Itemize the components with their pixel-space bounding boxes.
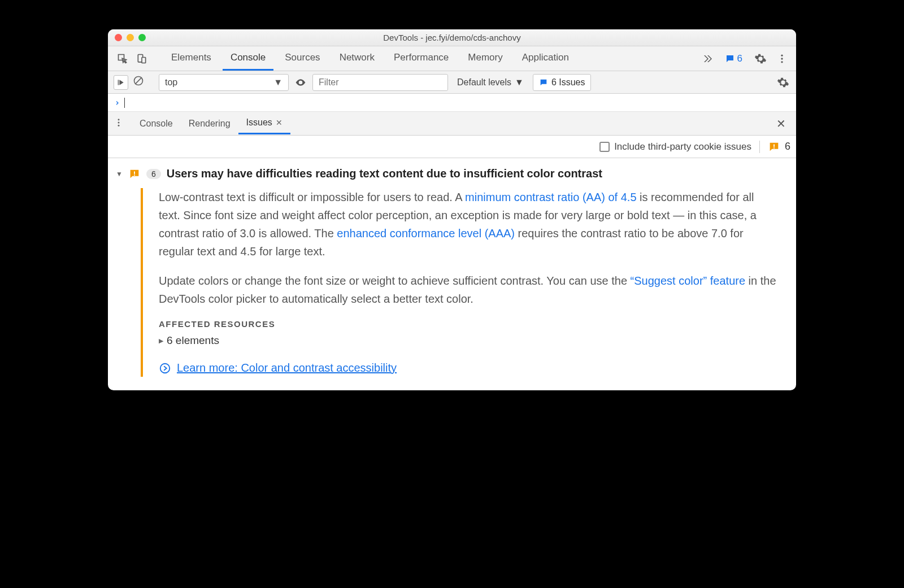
- drawer-tabs: Console Rendering Issues ✕ ✕: [108, 112, 796, 136]
- issue-content: Low-contrast text is difficult or imposs…: [141, 188, 784, 377]
- issue-title: Users may have difficulties reading text…: [167, 167, 602, 180]
- console-prompt[interactable]: ›: [108, 94, 796, 112]
- drawer-more-icon[interactable]: [114, 117, 124, 130]
- svg-rect-11: [773, 144, 775, 147]
- more-tabs-icon[interactable]: [701, 52, 714, 66]
- more-options-kebab-icon[interactable]: [775, 51, 789, 66]
- affected-resources-heading: AFFECTED RESOURCES: [159, 319, 778, 329]
- warning-icon: [128, 168, 141, 180]
- context-label: top: [165, 77, 177, 88]
- affected-elements-row[interactable]: ▶ 6 elements: [159, 334, 778, 347]
- prompt-caret-icon: ›: [115, 98, 120, 108]
- svg-line-7: [135, 77, 142, 84]
- text-cursor: [124, 98, 125, 108]
- checkbox-icon: [599, 142, 610, 152]
- learn-more-row: Learn more: Color and contrast accessibi…: [159, 361, 778, 374]
- device-toolbar-icon[interactable]: [134, 51, 150, 67]
- svg-point-3: [781, 58, 783, 59]
- console-settings-gear-icon[interactable]: [776, 75, 790, 90]
- link-suggest-color[interactable]: “Suggest color” feature: [631, 275, 745, 287]
- chevron-down-icon: ▼: [273, 77, 282, 88]
- svg-point-2: [781, 54, 783, 56]
- svg-rect-12: [773, 147, 775, 148]
- issue-count-pill: 6: [146, 169, 161, 179]
- drawer-tab-console[interactable]: Console: [132, 114, 181, 134]
- chevron-down-icon: ▼: [515, 77, 524, 88]
- console-filter-bar: top ▼ Default levels ▼ 6 Issues: [108, 71, 796, 94]
- disclosure-triangle-icon[interactable]: ▼: [116, 170, 123, 178]
- main-tabs: Elements Console Sources Network Perform…: [163, 46, 577, 71]
- live-expression-eye-icon[interactable]: [293, 75, 308, 90]
- tab-elements[interactable]: Elements: [163, 46, 219, 71]
- tab-network[interactable]: Network: [332, 46, 383, 71]
- drawer-tab-rendering[interactable]: Rendering: [181, 114, 238, 134]
- window-title: DevTools - jec.fyi/demo/cds-anchovy: [108, 33, 796, 42]
- issues-count-button[interactable]: 6 Issues: [533, 74, 592, 91]
- svg-rect-5: [118, 80, 119, 85]
- svg-rect-1: [142, 57, 146, 63]
- link-contrast-aa[interactable]: minimum contrast ratio (AA) of 4.5: [465, 191, 636, 203]
- issue-header[interactable]: ▼ 6 Users may have difficulties reading …: [116, 167, 784, 180]
- window-titlebar: DevTools - jec.fyi/demo/cds-anchovy: [108, 29, 796, 46]
- close-drawer-icon[interactable]: ✕: [772, 117, 790, 130]
- tab-sources[interactable]: Sources: [277, 46, 328, 71]
- issues-badge-count: 6: [737, 53, 742, 64]
- link-contrast-aaa[interactable]: enhanced conformance level (AAA): [337, 227, 515, 239]
- svg-point-4: [781, 61, 783, 63]
- arrow-circle-icon: [159, 362, 171, 374]
- console-filter-input[interactable]: [312, 74, 448, 91]
- svg-point-9: [118, 121, 120, 123]
- issues-badge[interactable]: 6: [721, 51, 746, 66]
- devtools-window: DevTools - jec.fyi/demo/cds-anchovy Elem…: [108, 29, 796, 390]
- close-tab-icon[interactable]: ✕: [276, 118, 282, 127]
- tab-console[interactable]: Console: [223, 46, 273, 71]
- svg-point-8: [118, 119, 120, 120]
- clear-console-icon[interactable]: [133, 75, 144, 90]
- issue-paragraph-2: Update colors or change the font size or…: [159, 272, 778, 308]
- learn-more-link[interactable]: Learn more: Color and contrast accessibi…: [177, 361, 397, 374]
- warning-count-badge: 6: [759, 141, 790, 153]
- disclosure-right-icon: ▶: [159, 337, 163, 345]
- log-levels-selector[interactable]: Default levels ▼: [453, 77, 528, 88]
- settings-gear-icon[interactable]: [753, 51, 768, 66]
- svg-rect-14: [134, 174, 135, 175]
- issue-paragraph-1: Low-contrast text is difficult or imposs…: [159, 188, 778, 260]
- toggle-sidebar-icon[interactable]: [114, 75, 128, 90]
- execution-context-selector[interactable]: top ▼: [159, 74, 289, 91]
- svg-point-10: [118, 124, 120, 126]
- tab-application[interactable]: Application: [514, 46, 577, 71]
- include-third-party-checkbox[interactable]: Include third-party cookie issues: [599, 141, 751, 153]
- tab-memory[interactable]: Memory: [460, 46, 510, 71]
- tab-performance[interactable]: Performance: [386, 46, 457, 71]
- svg-rect-13: [134, 171, 135, 174]
- issues-options-bar: Include third-party cookie issues 6: [108, 136, 796, 158]
- issues-panel: ▼ 6 Users may have difficulties reading …: [108, 158, 796, 390]
- inspect-element-icon[interactable]: [115, 51, 131, 67]
- main-toolbar: Elements Console Sources Network Perform…: [108, 46, 796, 71]
- drawer-tab-issues[interactable]: Issues ✕: [238, 112, 290, 134]
- svg-point-15: [160, 363, 170, 373]
